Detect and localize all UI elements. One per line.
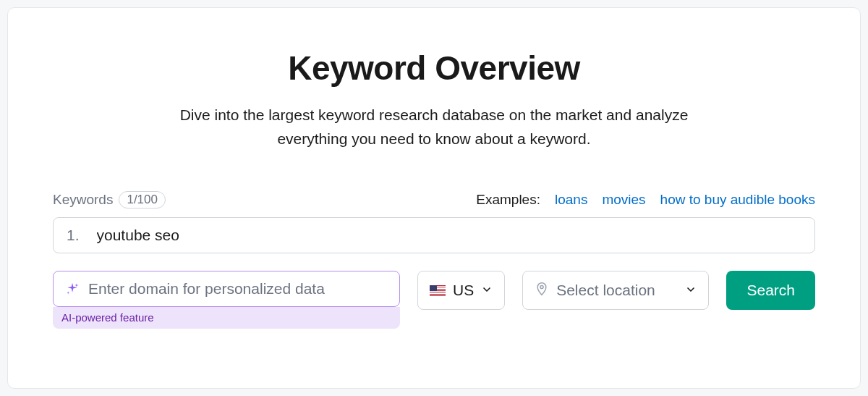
country-select[interactable]: US <box>417 271 505 310</box>
page-subtitle: Dive into the largest keyword research d… <box>159 104 709 151</box>
example-link-audible[interactable]: how to buy audible books <box>660 192 815 208</box>
domain-input-wrap[interactable] <box>53 271 400 307</box>
location-select[interactable]: Select location <box>522 271 709 310</box>
ai-feature-caption: AI-powered feature <box>53 307 400 329</box>
location-pin-icon <box>535 282 549 300</box>
chevron-down-icon <box>481 282 493 299</box>
domain-block: AI-powered feature <box>53 271 400 329</box>
keywords-count-pill: 1/100 <box>119 191 166 208</box>
keyword-input-row[interactable]: 1. <box>53 217 815 253</box>
keyword-index: 1. <box>67 227 80 244</box>
example-link-loans[interactable]: loans <box>555 192 587 208</box>
chevron-down-icon <box>685 282 697 299</box>
meta-row: Keywords 1/100 Examples: loans movies ho… <box>53 191 815 208</box>
location-placeholder: Select location <box>556 282 655 299</box>
page-title: Keyword Overview <box>288 49 580 88</box>
domain-input[interactable] <box>88 280 388 298</box>
svg-point-0 <box>540 285 543 288</box>
examples-wrap: Examples: loans movies how to buy audibl… <box>476 192 815 208</box>
search-button[interactable]: Search <box>726 271 815 310</box>
controls-row: AI-powered feature US Select location Se… <box>53 271 815 329</box>
example-link-movies[interactable]: movies <box>602 192 645 208</box>
keywords-label: Keywords <box>53 192 113 208</box>
examples-label: Examples: <box>476 192 540 208</box>
sparkle-icon <box>65 282 80 296</box>
keyword-overview-card: Keyword Overview Dive into the largest k… <box>7 7 861 389</box>
keywords-label-wrap: Keywords 1/100 <box>53 191 166 208</box>
us-flag-icon <box>430 285 446 296</box>
country-code: US <box>453 282 474 299</box>
keyword-input[interactable] <box>97 227 801 244</box>
